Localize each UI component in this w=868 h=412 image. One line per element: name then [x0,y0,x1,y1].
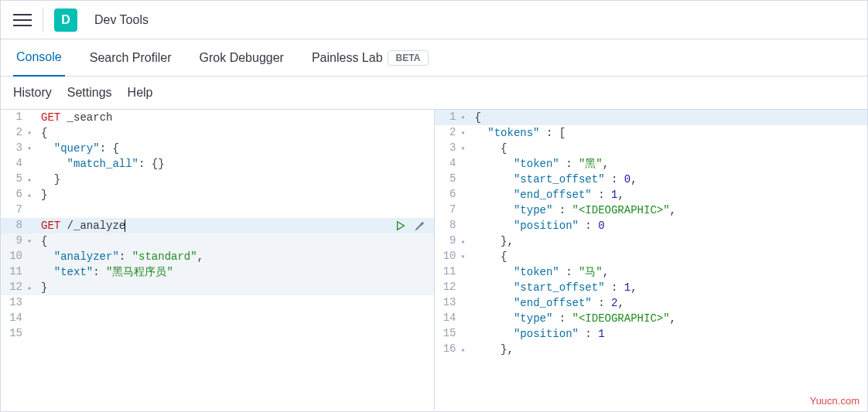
code-line[interactable]: 12▴} [1,280,434,295]
code-line[interactable]: 7 "type" : "<IDEOGRAPHIC>", [435,203,868,218]
line-number: 4 [435,155,472,172]
line-number: 7 [435,202,472,219]
divider [43,8,43,32]
line-number: 8 [435,217,472,234]
code-content: "start_offset" : 1, [472,280,868,295]
sub-menu: HistorySettingsHelp [1,77,867,109]
line-number: 5▴ [1,171,38,188]
line-number: 13 [1,295,38,312]
tabs-bar: ConsoleSearch ProfilerGrok DebuggerPainl… [1,39,867,77]
line-number: 3▾ [435,140,472,157]
line-number: 13 [435,295,472,312]
response-viewer[interactable]: 1▾{2▾ "tokens" : [3▾ {4 "token" : "黑",5 … [435,110,868,410]
top-bar: D Dev Tools [1,1,867,39]
tab-grok-debugger[interactable]: Grok Debugger [196,39,287,77]
code-content: "position" : 0 [472,218,868,233]
tab-painless-lab[interactable]: Painless LabBETA [309,39,432,77]
code-content: }, [472,233,868,249]
line-number: 16▴ [435,341,472,358]
code-content: "token" : "黑", [472,156,868,172]
code-content: "text": "黑马程序员" [38,264,434,280]
code-line[interactable]: 11 "text": "黑马程序员" [1,264,434,280]
text-cursor [125,220,125,232]
code-line[interactable]: 7 [1,203,434,218]
code-line[interactable]: 2▾{ [1,125,434,141]
code-line[interactable]: 14 "type" : "<IDEOGRAPHIC>", [435,311,868,326]
code-content: { [38,233,434,249]
code-line[interactable]: 10▾ { [435,249,868,264]
code-content: "position" : 1 [472,326,868,342]
code-line[interactable]: 4 "token" : "黑", [435,156,868,172]
line-number: 9▾ [1,233,38,250]
hamburger-icon[interactable] [13,11,32,29]
code-line[interactable]: 13 [1,295,434,311]
code-line[interactable]: 14 [1,311,434,326]
submenu-history[interactable]: History [13,86,52,100]
code-content: { [472,141,868,156]
tab-search-profiler[interactable]: Search Profiler [87,39,175,77]
line-number: 2▾ [435,124,472,141]
tab-label: Console [16,50,62,64]
line-number: 1▾ [435,110,472,126]
request-editor[interactable]: 1 GET _search2▾{3▾ "query": {4 "match_al… [1,110,435,410]
code-line[interactable]: 2▾ "tokens" : [ [435,125,868,141]
code-line[interactable]: 12 "start_offset" : 1, [435,280,868,295]
code-line[interactable]: 9▾{ [1,233,434,249]
code-line[interactable]: 16▴ }, [435,342,868,357]
code-content: "tokens" : [ [472,125,868,141]
tab-label: Grok Debugger [200,51,284,65]
line-number: 9▴ [435,233,472,250]
code-content: "match_all": {} [38,156,434,172]
code-content: "query": { [38,141,434,156]
app-title: Dev Tools [94,13,149,27]
code-line[interactable]: 3▾ "query": { [1,141,434,156]
code-content: } [38,172,434,187]
code-content: "start_offset" : 0, [472,172,868,187]
code-line[interactable]: 1▾{ [435,110,868,125]
code-content: "token" : "马", [472,264,868,280]
app-logo[interactable]: D [54,9,77,32]
line-number: 2▾ [1,124,38,141]
code-content: } [38,187,434,203]
code-content: "end_offset" : 2, [472,295,868,311]
line-number: 4 [1,155,38,172]
line-number: 10 [1,248,38,265]
code-line[interactable]: 9▴ }, [435,233,868,249]
request-options-icon[interactable] [412,219,426,233]
code-content: "end_offset" : 1, [472,187,868,203]
code-line[interactable]: 15 "position" : 1 [435,326,868,342]
code-content: { [472,110,868,125]
code-line[interactable]: 6▴} [1,187,434,203]
code-line[interactable]: 3▾ { [435,141,868,156]
code-line[interactable]: 13 "end_offset" : 2, [435,295,868,311]
code-content: "type" : "<IDEOGRAPHIC>", [472,203,868,218]
code-line[interactable]: 5 "start_offset" : 0, [435,172,868,187]
code-line[interactable]: 10 "analyzer": "standard", [1,249,434,264]
line-number: 6 [435,186,472,203]
code-line[interactable]: 1 GET _search [1,110,434,125]
code-line[interactable]: 4 "match_all": {} [1,156,434,172]
submenu-help[interactable]: Help [128,86,153,100]
code-line[interactable]: 8 "position" : 0 [435,218,868,233]
line-number: 12 [435,279,472,296]
line-number: 7 [1,202,38,219]
tab-console[interactable]: Console [13,39,65,77]
line-number: 3▾ [1,140,38,157]
line-number: 11 [1,264,38,281]
submenu-settings[interactable]: Settings [67,86,112,100]
line-number: 8 [1,217,38,234]
code-line[interactable]: 8 GET /_analyze [1,218,434,233]
code-line[interactable]: 15 [1,326,434,342]
editor-area: 1 GET _search2▾{3▾ "query": {4 "match_al… [1,109,867,410]
code-content: GET _search [38,110,434,125]
code-line[interactable]: 5▴ } [1,172,434,187]
code-content: { [472,249,868,264]
line-number: 5 [435,171,472,188]
code-content: } [38,280,434,295]
line-number: 12▴ [1,279,38,296]
watermark: Yuucn.com [810,395,859,407]
run-request-icon[interactable] [394,219,408,233]
code-line[interactable]: 6 "end_offset" : 1, [435,187,868,203]
line-number: 15 [1,325,38,342]
code-line[interactable]: 11 "token" : "马", [435,264,868,280]
